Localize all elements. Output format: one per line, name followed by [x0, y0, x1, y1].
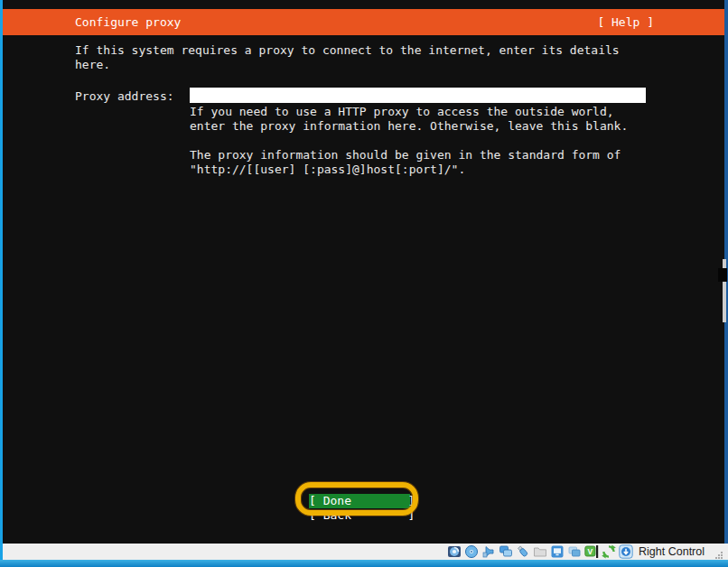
- installer-header: Configure proxy [ Help ]: [3, 9, 724, 35]
- done-highlight-ring: [295, 482, 418, 516]
- vm-window-border-bottom: [0, 560, 728, 567]
- keyboard-capture-icon[interactable]: [618, 544, 633, 559]
- installer-screen: Configure proxy [ Help ] If this system …: [3, 0, 724, 544]
- help-button[interactable]: [ Help ]: [597, 9, 654, 35]
- display-icon[interactable]: [549, 544, 565, 559]
- proxy-address-input[interactable]: [190, 88, 646, 103]
- proxy-help-text: If you need to use a HTTP proxy to acces…: [190, 105, 659, 134]
- audio-icon[interactable]: [481, 544, 496, 559]
- virtualization-features-icon[interactable]: V: [583, 544, 599, 559]
- mouse-integration-icon[interactable]: [601, 544, 616, 559]
- scrollbar-notch: [718, 268, 727, 282]
- intro-text: If this system requires a proxy to conne…: [75, 43, 653, 72]
- recording-icon[interactable]: [566, 544, 582, 559]
- hard-disk-icon[interactable]: [446, 544, 462, 559]
- page-title: Configure proxy: [3, 15, 181, 29]
- resize-grip[interactable]: [714, 550, 723, 560]
- host-key-label: Right Control: [639, 545, 705, 558]
- vm-statusbar: V Right Control: [3, 544, 728, 560]
- proxy-format-note: The proxy information should be given in…: [190, 148, 659, 177]
- shared-folders-icon[interactable]: [532, 544, 547, 559]
- proxy-address-label: Proxy address:: [75, 89, 174, 103]
- usb-icon[interactable]: [515, 544, 530, 559]
- optical-disk-icon[interactable]: [463, 544, 479, 559]
- network-icon[interactable]: [498, 544, 513, 559]
- svg-text:V: V: [587, 547, 593, 556]
